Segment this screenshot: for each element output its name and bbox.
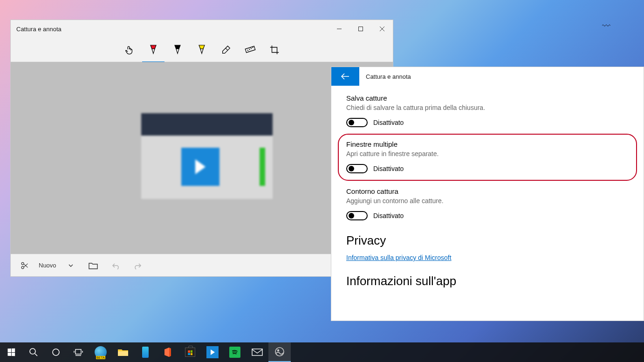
setting-title: Contorno cattura bbox=[346, 187, 629, 195]
svg-point-10 bbox=[21, 266, 24, 268]
svg-point-9 bbox=[21, 262, 24, 265]
start-button[interactable] bbox=[0, 342, 22, 362]
toggle-state: Disattivato bbox=[373, 212, 404, 219]
your-phone-icon[interactable] bbox=[134, 342, 157, 362]
settings-title: Cattura e annota bbox=[359, 73, 411, 80]
about-heading: Informazioni sull'app bbox=[346, 274, 629, 288]
svg-rect-15 bbox=[75, 349, 81, 354]
new-dropdown-chevron[interactable] bbox=[63, 258, 79, 273]
snip-sketch-taskbar-icon[interactable] bbox=[201, 342, 224, 362]
toggle-state: Disattivato bbox=[373, 119, 404, 126]
task-view-button[interactable] bbox=[67, 342, 89, 362]
svg-point-22 bbox=[278, 350, 279, 351]
maximize-button[interactable] bbox=[350, 20, 371, 38]
office-icon[interactable] bbox=[157, 342, 179, 362]
microsoft-store-icon[interactable] bbox=[179, 342, 201, 362]
svg-rect-19 bbox=[118, 351, 128, 356]
close-button[interactable] bbox=[371, 20, 393, 38]
ballpoint-pen-icon[interactable] bbox=[148, 41, 159, 58]
open-file-icon[interactable] bbox=[85, 258, 101, 273]
svg-line-7 bbox=[251, 48, 252, 49]
minimize-button[interactable] bbox=[329, 20, 350, 38]
mail-icon[interactable] bbox=[246, 342, 268, 362]
undo-icon[interactable] bbox=[108, 258, 123, 273]
new-button-label[interactable]: Nuovo bbox=[39, 262, 56, 269]
svg-rect-20 bbox=[252, 349, 262, 355]
settings-panel: Cattura e annota Salva catture Chiedi di… bbox=[331, 67, 644, 321]
toggle-state: Disattivato bbox=[373, 165, 404, 172]
setting-title: Finestre multiple bbox=[346, 140, 629, 148]
setting-desc: Chiedi di salvare la cattura prima della… bbox=[346, 104, 629, 111]
photos-icon[interactable] bbox=[268, 342, 291, 362]
annotation-toolbar bbox=[11, 38, 393, 62]
svg-point-13 bbox=[30, 348, 35, 354]
privacy-heading: Privacy bbox=[346, 233, 629, 248]
save-captures-toggle[interactable] bbox=[346, 118, 368, 127]
crop-icon[interactable] bbox=[269, 41, 280, 58]
back-button[interactable] bbox=[331, 67, 359, 86]
setting-desc: Apri catture in finestre separate. bbox=[346, 150, 629, 157]
redo-icon[interactable] bbox=[130, 258, 146, 273]
setting-desc: Aggiungi un contorno alle catture. bbox=[346, 197, 629, 205]
highlighter-icon[interactable] bbox=[196, 41, 207, 58]
svg-rect-4 bbox=[245, 46, 255, 53]
bird-decoration: 〰 bbox=[602, 21, 610, 31]
titlebar: Cattura e annota bbox=[11, 20, 393, 38]
svg-line-5 bbox=[247, 49, 248, 51]
svg-point-14 bbox=[53, 349, 59, 355]
captured-snip bbox=[141, 113, 273, 199]
touch-writing-icon[interactable] bbox=[123, 41, 135, 58]
pencil-icon[interactable] bbox=[172, 41, 183, 58]
privacy-link[interactable]: Informativa sulla privacy di Microsoft bbox=[346, 254, 452, 261]
search-button[interactable] bbox=[22, 342, 45, 362]
settings-body: Salva catture Chiedi di salvare la cattu… bbox=[331, 86, 644, 302]
settings-header: Cattura e annota bbox=[331, 67, 644, 86]
snip-outline-toggle[interactable] bbox=[346, 211, 368, 220]
window-title: Cattura e annota bbox=[16, 26, 62, 33]
setting-save-captures: Salva catture Chiedi di salvare la cattu… bbox=[346, 94, 629, 127]
cortana-button[interactable] bbox=[45, 342, 67, 362]
new-snip-icon[interactable] bbox=[16, 258, 32, 273]
svg-line-6 bbox=[249, 48, 250, 50]
setting-snip-outline: Contorno cattura Aggiungi un contorno al… bbox=[346, 187, 629, 220]
spotify-icon[interactable] bbox=[224, 342, 246, 362]
ruler-icon[interactable] bbox=[245, 41, 256, 58]
taskbar: BETA bbox=[0, 342, 644, 362]
setting-title: Salva catture bbox=[346, 94, 629, 102]
edge-beta-icon[interactable]: BETA bbox=[89, 342, 112, 362]
svg-rect-1 bbox=[359, 27, 363, 31]
svg-point-21 bbox=[275, 348, 284, 356]
eraser-icon[interactable] bbox=[220, 41, 232, 58]
highlighted-setting: Finestre multiple Apri catture in finest… bbox=[338, 134, 637, 181]
file-explorer-icon[interactable] bbox=[112, 342, 134, 362]
multiple-windows-toggle[interactable] bbox=[346, 164, 368, 173]
